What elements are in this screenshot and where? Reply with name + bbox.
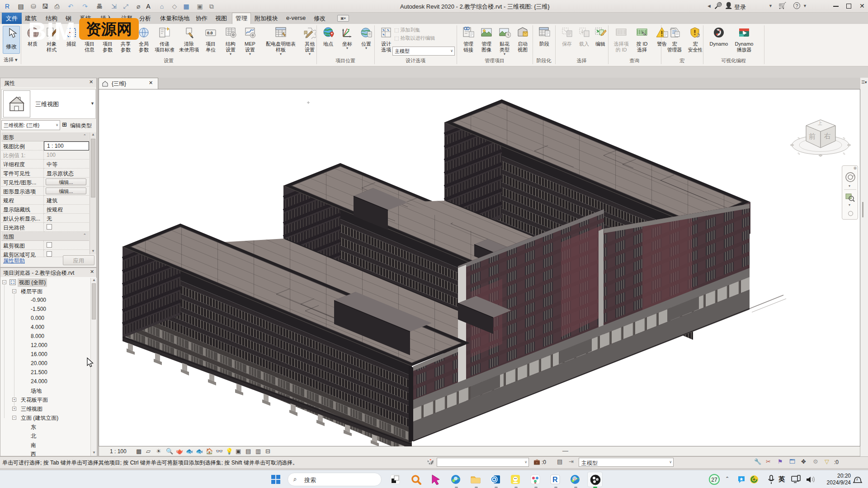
svg-text:上: 上 <box>817 121 822 126</box>
svg-text:右: 右 <box>824 132 831 140</box>
svg-text:z: z <box>856 477 858 481</box>
svg-text:0.0: 0.0 <box>207 31 213 35</box>
svg-text:R: R <box>552 476 558 483</box>
svg-text:前: 前 <box>809 132 816 140</box>
